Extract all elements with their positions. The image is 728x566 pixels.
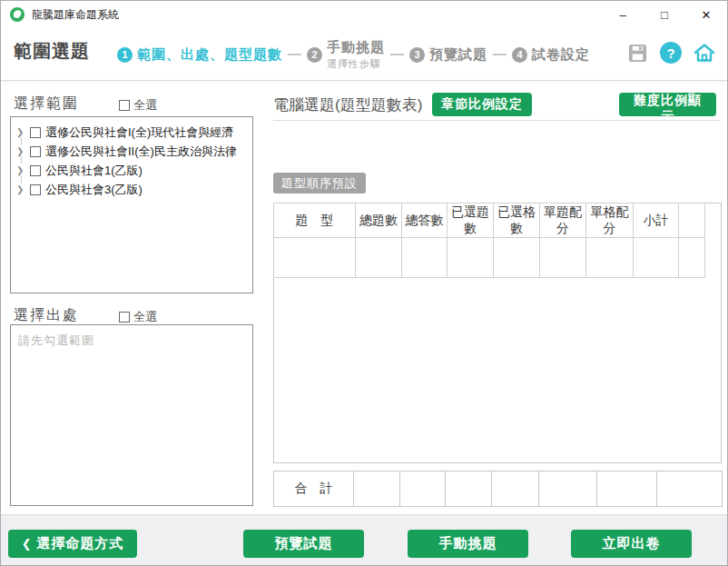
step-2-badge: 2 bbox=[307, 47, 322, 63]
question-type-table: 題 型 總題數 總答數 已選題數 已選格數 單題配分 單格配分 小計 bbox=[273, 203, 705, 278]
tree-item-checkbox[interactable] bbox=[30, 146, 41, 157]
step-4-paper-settings[interactable]: 4 試卷設定 bbox=[512, 46, 590, 64]
app-window: 龍騰題庫命題系統 – □ ✕ 範圍選題 1 範圍、出處、題型題數 2 手動挑題 … bbox=[0, 0, 728, 566]
source-select-all-checkbox[interactable] bbox=[119, 312, 130, 323]
col-selected-cells: 已選格數 bbox=[494, 204, 540, 238]
table-header-row: 題 型 總題數 總答數 已選題數 已選格數 單題配分 單格配分 小計 bbox=[274, 204, 705, 238]
page-header: 範圍選題 1 範圍、出處、題型題數 2 手動挑題 選擇性步驟 3 預覽試題 4 bbox=[1, 28, 727, 81]
table-empty-row bbox=[274, 238, 705, 278]
back-to-mode-button[interactable]: 選擇命題方式 bbox=[8, 530, 137, 558]
step-3-badge: 3 bbox=[409, 47, 425, 63]
main-panel-title: 電腦選題(題型題數表) bbox=[273, 94, 422, 115]
app-title: 龍騰題庫命題系統 bbox=[32, 7, 119, 23]
totals-table: 合 計 bbox=[273, 471, 723, 507]
step-connector bbox=[493, 54, 507, 55]
range-select-all-checkbox[interactable] bbox=[119, 100, 130, 111]
help-icon[interactable] bbox=[659, 41, 683, 65]
generate-paper-button[interactable]: 立即出卷 bbox=[571, 530, 692, 558]
step-1-badge: 1 bbox=[117, 47, 133, 63]
tree-item-label: 選修公民與社會I(全)現代社會與經濟 bbox=[45, 124, 233, 141]
home-icon[interactable] bbox=[693, 41, 716, 65]
col-question-type: 題 型 bbox=[274, 204, 356, 238]
tree-item-checkbox[interactable] bbox=[30, 184, 41, 195]
tree-item-label: 公民與社會1(乙版) bbox=[45, 163, 143, 179]
source-placeholder: 請先勾選範圍 bbox=[18, 333, 94, 349]
preview-questions-button[interactable]: 預覽試題 bbox=[243, 530, 364, 558]
col-selected-questions: 已選題數 bbox=[448, 204, 494, 238]
step-4-label: 試卷設定 bbox=[532, 46, 590, 64]
source-select-all[interactable]: 全選 bbox=[119, 309, 157, 325]
tree-item[interactable]: 公民與社會1(乙版) bbox=[16, 161, 247, 180]
close-button[interactable]: ✕ bbox=[685, 1, 727, 28]
tree-item[interactable]: 公民與社會3(乙版) bbox=[16, 180, 247, 199]
step-3-preview[interactable]: 3 預覽試題 bbox=[409, 46, 487, 64]
chapter-ratio-button[interactable]: 章節比例設定 bbox=[432, 93, 532, 116]
app-logo-icon bbox=[10, 7, 25, 22]
page-title: 範圍選題 bbox=[14, 39, 90, 64]
range-select-all-label: 全選 bbox=[133, 97, 157, 114]
chevron-right-icon[interactable] bbox=[16, 166, 25, 175]
maximize-button[interactable]: □ bbox=[644, 1, 685, 28]
step-connector bbox=[390, 54, 404, 55]
question-type-table-container: 題 型 總題數 總答數 已選題數 已選格數 單題配分 單格配分 小計 bbox=[273, 203, 722, 463]
source-list-box: 請先勾選範圍 bbox=[10, 324, 253, 506]
totals-table-container: 合 計 bbox=[273, 471, 722, 507]
step-2-label: 手動挑題 bbox=[327, 39, 385, 56]
chevron-right-icon[interactable] bbox=[16, 147, 25, 156]
col-total-questions: 總題數 bbox=[356, 204, 402, 238]
step-3-label: 預覽試題 bbox=[429, 46, 487, 64]
step-1-label: 範圍、出處、題型題數 bbox=[137, 46, 282, 64]
tree-item[interactable]: 選修公民與社會II(全)民主政治與法律 bbox=[16, 142, 247, 161]
tree-item-checkbox[interactable] bbox=[30, 165, 41, 176]
manual-pick-button[interactable]: 手動挑題 bbox=[408, 530, 528, 558]
type-order-preset-button[interactable]: 題型順序預設 bbox=[273, 173, 366, 194]
tree-item-label: 公民與社會3(乙版) bbox=[45, 182, 143, 198]
range-section-title: 選擇範圍 bbox=[14, 94, 79, 114]
step-connector bbox=[288, 54, 301, 55]
window-controls: – □ ✕ bbox=[602, 1, 727, 28]
tree-item-label: 選修公民與社會II(全)民主政治與法律 bbox=[45, 144, 237, 160]
totals-row: 合 計 bbox=[274, 472, 723, 507]
range-tree: 選修公民與社會I(全)現代社會與經濟 選修公民與社會II(全)民主政治與法律 公… bbox=[11, 117, 252, 204]
col-total-answers: 總答數 bbox=[402, 204, 448, 238]
difficulty-ratio-button[interactable]: 難度比例顯示 bbox=[619, 93, 716, 116]
tree-item[interactable]: 選修公民與社會I(全)現代社會與經濟 bbox=[16, 123, 247, 142]
step-1-range[interactable]: 1 範圍、出處、題型題數 bbox=[117, 46, 282, 64]
chevron-right-icon[interactable] bbox=[16, 185, 25, 194]
chevron-right-icon[interactable] bbox=[16, 128, 25, 137]
step-2-sublabel: 選擇性步驟 bbox=[327, 57, 385, 71]
range-select-all[interactable]: 全選 bbox=[119, 97, 157, 114]
stepper: 1 範圍、出處、題型題數 2 手動挑題 選擇性步驟 3 預覽試題 4 試卷設定 bbox=[117, 28, 590, 81]
tree-item-checkbox[interactable] bbox=[30, 127, 41, 138]
col-points-per-question: 單題配分 bbox=[540, 204, 586, 238]
col-subtotal: 小計 bbox=[634, 204, 679, 238]
col-blank bbox=[679, 204, 705, 238]
source-select-all-label: 全選 bbox=[133, 309, 157, 325]
totals-label: 合 計 bbox=[274, 472, 354, 507]
step-4-badge: 4 bbox=[512, 47, 527, 63]
main-divider bbox=[273, 120, 720, 121]
col-points-per-cell: 單格配分 bbox=[586, 204, 634, 238]
footer-bar: 選擇命題方式 預覽試題 手動挑題 立即出卷 bbox=[1, 514, 727, 566]
range-tree-box: 選修公民與社會I(全)現代社會與經濟 選修公民與社會II(全)民主政治與法律 公… bbox=[10, 116, 253, 293]
header-icons bbox=[625, 41, 716, 65]
save-icon[interactable] bbox=[625, 41, 649, 65]
title-bar: 龍騰題庫命題系統 – □ ✕ bbox=[1, 1, 727, 28]
source-section-title: 選擇出處 bbox=[14, 306, 79, 325]
step-2-manual-pick[interactable]: 2 手動挑題 選擇性步驟 bbox=[307, 39, 385, 71]
minimize-button[interactable]: – bbox=[602, 1, 644, 28]
